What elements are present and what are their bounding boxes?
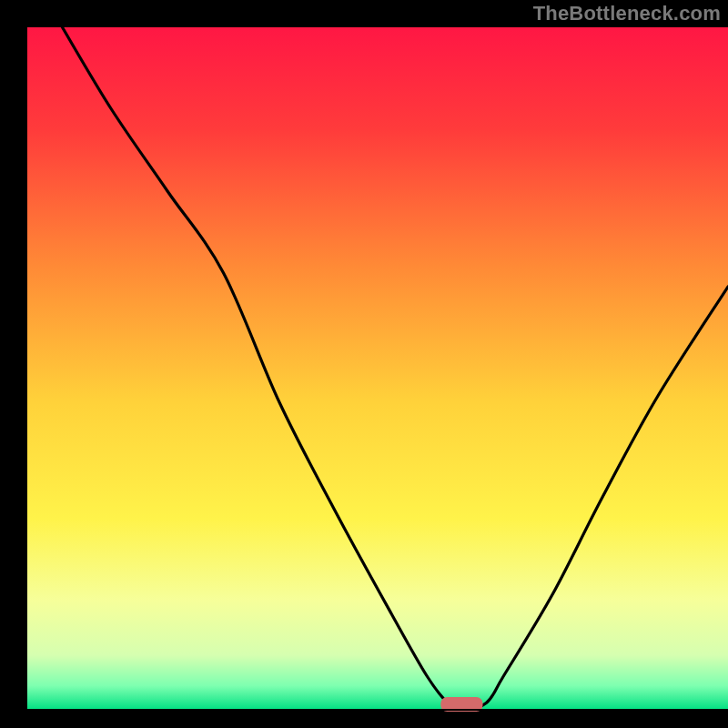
watermark-label: TheBottleneck.com <box>533 2 721 25</box>
chart-background-gradient <box>27 27 728 710</box>
bottleneck-chart <box>0 0 728 728</box>
